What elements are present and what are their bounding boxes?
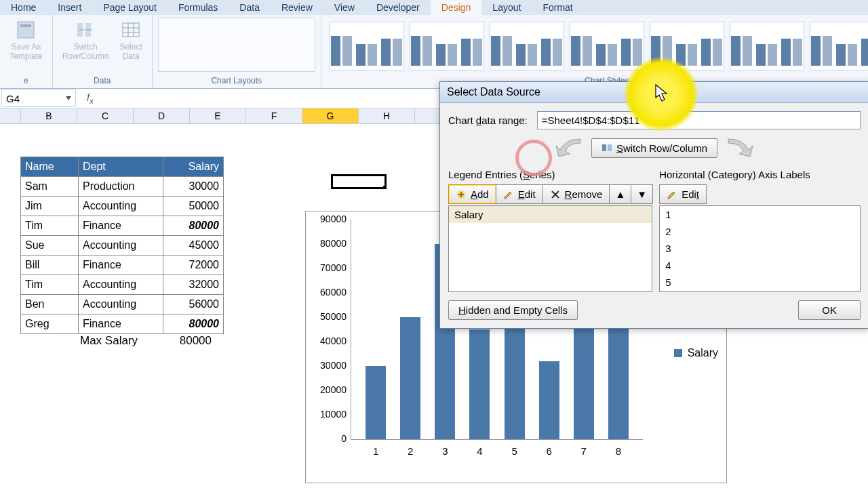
table-row[interactable]: BenAccounting56000 (21, 295, 224, 314)
group-label: e (24, 75, 28, 88)
edit-axis-button[interactable]: Edit (659, 184, 707, 204)
column-header[interactable]: G (302, 108, 359, 123)
switch-row-column-dialog-button[interactable]: Switch Row/Column (591, 138, 717, 158)
name-box[interactable]: G4 (1, 89, 76, 107)
hidden-empty-cells-button[interactable]: Hidden and Empty Cells (448, 300, 578, 320)
remove-icon (550, 189, 561, 200)
select-data-button[interactable]: Select Data (115, 18, 146, 62)
chart-style-thumb[interactable] (730, 22, 804, 70)
tab-review[interactable]: Review (271, 0, 323, 15)
chart-x-tick: 6 (539, 445, 559, 457)
add-icon (456, 189, 467, 200)
active-cell[interactable] (331, 174, 387, 189)
chart-style-thumb[interactable] (810, 22, 868, 70)
chart-x-tick: 5 (505, 445, 525, 457)
chart-style-thumb[interactable] (490, 22, 564, 70)
tab-insert[interactable]: Insert (47, 0, 92, 15)
data-table: NameDeptSalarySamProduction30000JimAccou… (20, 157, 224, 334)
table-row[interactable]: JimAccounting50000 (21, 197, 224, 216)
tab-formulas[interactable]: Formulas (167, 0, 229, 15)
group-label: Chart Layouts (211, 75, 262, 88)
move-down-button[interactable]: ▼ (631, 184, 653, 204)
chart-layouts-gallery[interactable] (158, 18, 315, 72)
chart-y-tick: 90000 (314, 214, 347, 224)
column-header[interactable]: B (21, 108, 77, 123)
tab-page-layout[interactable]: Page Layout (92, 0, 167, 15)
tab-view[interactable]: View (323, 0, 366, 15)
tab-layout[interactable]: Layout (481, 0, 532, 15)
chart-y-tick: 10000 (314, 409, 347, 420)
category-item[interactable]: 4 (660, 257, 860, 274)
chart-data-range-input[interactable] (537, 111, 861, 129)
category-list[interactable]: 12345 (659, 205, 861, 292)
column-header[interactable]: C (77, 108, 134, 123)
series-item[interactable]: Salary (449, 206, 652, 223)
chart-y-tick: 40000 (314, 336, 347, 346)
arrow-left-icon (553, 136, 585, 159)
column-header[interactable]: H (359, 108, 415, 123)
table-row[interactable]: TimFinance80000 (21, 216, 224, 236)
chevron-down-icon: ▼ (637, 188, 647, 200)
chevron-down-icon[interactable] (66, 96, 71, 100)
max-salary-label: Max Salary (80, 334, 138, 348)
category-item[interactable]: 3 (660, 240, 860, 257)
fx-icon[interactable]: fx (77, 92, 103, 105)
chart-x-tick: 3 (435, 445, 455, 457)
edit-series-button[interactable]: Edit (496, 184, 543, 204)
tab-developer[interactable]: Developer (366, 0, 431, 15)
table-row[interactable]: GregFinance80000 (21, 314, 224, 334)
tab-data[interactable]: Data (229, 0, 271, 15)
tab-design[interactable]: Design (431, 0, 482, 15)
chart-y-tick: 80000 (314, 238, 347, 249)
svg-rect-1 (20, 24, 31, 27)
axis-labels-label: Horizontal (Category) Axis Labels (659, 169, 861, 180)
max-salary-value: 80000 (178, 334, 212, 348)
category-item[interactable]: 5 (660, 274, 860, 291)
chart-style-thumb[interactable] (330, 22, 404, 70)
remove-series-button[interactable]: Remove (542, 184, 610, 204)
table-row[interactable]: SueAccounting45000 (21, 236, 224, 256)
series-list[interactable]: Salary (448, 205, 652, 292)
chart-x-tick: 1 (366, 445, 386, 457)
save-as-template-button[interactable]: Save As Template (5, 18, 47, 62)
table-row[interactable]: SamProduction30000 (21, 177, 224, 197)
column-header[interactable]: D (134, 108, 190, 123)
chart-bar (400, 317, 420, 439)
select-data-icon (120, 19, 142, 41)
edit-icon (503, 189, 514, 200)
add-series-button[interactable]: Add (448, 184, 496, 204)
chart-x-tick: 8 (608, 445, 629, 457)
table-row[interactable]: TimAccounting32000 (21, 275, 224, 295)
switch-icon (75, 19, 96, 41)
chart-y-tick: 70000 (314, 262, 347, 273)
chart-x-tick: 4 (469, 445, 490, 457)
chart-bar (469, 329, 490, 439)
chart-bar (366, 366, 386, 439)
chart-styles-gallery[interactable] (327, 18, 868, 75)
group-label: Data (94, 75, 111, 88)
chevron-up-icon: ▲ (615, 188, 625, 200)
select-data-source-dialog: Select Data Source Chart data range: Swi… (439, 81, 868, 329)
table-header: Salary (163, 157, 224, 177)
tab-format[interactable]: Format (532, 0, 583, 15)
switch-row-column-button[interactable]: Switch Row/Column (58, 18, 113, 62)
table-row[interactable]: BillFinance72000 (21, 256, 224, 275)
ok-button[interactable]: OK (798, 300, 861, 320)
chart-style-thumb[interactable] (570, 22, 644, 70)
move-up-button[interactable]: ▲ (609, 184, 631, 204)
dialog-title: Select Data Source (440, 82, 868, 103)
chart-style-thumb[interactable] (410, 22, 484, 70)
svg-rect-4 (123, 23, 139, 37)
tab-home[interactable]: Home (0, 0, 47, 15)
category-item[interactable]: 2 (660, 223, 860, 240)
chart-style-thumb[interactable] (650, 22, 724, 70)
column-header[interactable]: F (246, 108, 302, 123)
table-header: Name (21, 157, 79, 177)
edit-icon (667, 189, 677, 200)
chart-y-tick: 50000 (314, 311, 347, 322)
category-item[interactable]: 1 (660, 206, 860, 223)
table-header: Dept (79, 157, 163, 177)
legend-entries-label: Legend Entries (Series) (448, 169, 652, 180)
column-header[interactable]: E (190, 108, 246, 123)
chart-x-tick: 2 (400, 445, 420, 457)
